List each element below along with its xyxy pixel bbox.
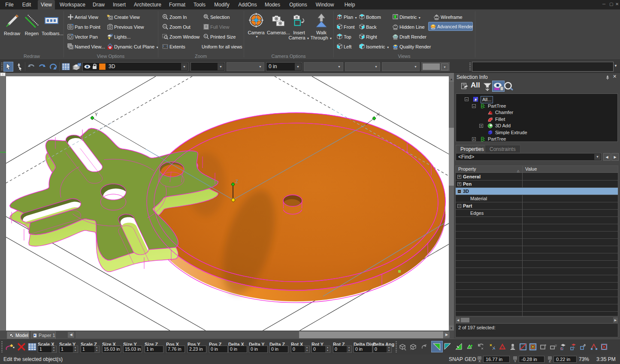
svg-text:X: X xyxy=(478,359,481,363)
svg-text:Y: Y xyxy=(514,359,517,363)
svg-text:Z: Z xyxy=(236,179,238,184)
svg-text:Z: Z xyxy=(549,359,551,363)
svg-text:Y: Y xyxy=(95,112,98,117)
svg-text:1:1: 1:1 xyxy=(205,35,208,37)
